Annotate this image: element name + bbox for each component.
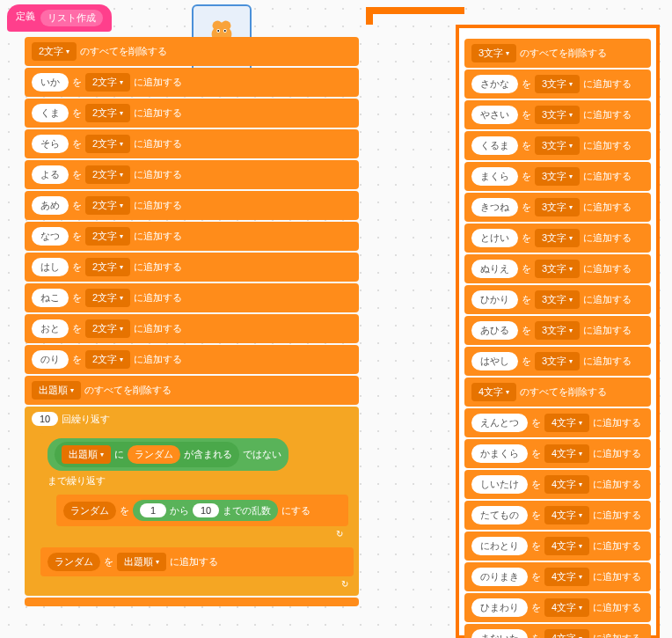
list-dropdown[interactable]: 4文字 — [471, 383, 516, 401]
item-value[interactable]: のりまき — [471, 568, 528, 586]
define-hat[interactable]: 定義 リスト作成 — [7, 4, 112, 32]
item-value[interactable]: ひかり — [471, 290, 518, 309]
item-value[interactable]: あひる — [471, 321, 518, 340]
add-item-block[interactable]: おとを2文字に追加する — [25, 314, 359, 343]
add-item-block[interactable]: にわとりを4文字に追加する — [464, 532, 651, 561]
item-value[interactable]: まないた — [471, 629, 528, 638]
list-dropdown[interactable]: 出題順 — [117, 553, 166, 571]
add-item-block[interactable]: えんとつを4文字に追加する — [464, 408, 651, 437]
item-value[interactable]: よる — [32, 165, 69, 184]
item-value[interactable]: ぬりえ — [471, 260, 518, 278]
add-item-block[interactable]: あめを2文字に追加する — [25, 191, 359, 220]
list-dropdown[interactable]: 4文字 — [544, 568, 589, 586]
list-dropdown[interactable]: 3文字 — [535, 260, 580, 278]
pick-random-operator[interactable]: 1 から 10 までの乱数 — [133, 500, 278, 521]
list-dropdown[interactable]: 3文字 — [535, 136, 580, 155]
list-dropdown[interactable]: 2文字 — [85, 165, 130, 184]
list-dropdown[interactable]: 2文字 — [85, 196, 130, 215]
item-value[interactable]: のり — [32, 350, 69, 369]
add-item-block[interactable]: ぬりえを3文字に追加する — [464, 254, 651, 283]
list-dropdown[interactable]: 4文字 — [544, 598, 589, 617]
item-value[interactable]: あめ — [32, 196, 69, 215]
add-item-block[interactable]: ねこを2文字に追加する — [25, 283, 359, 312]
item-value[interactable]: くるま — [471, 136, 518, 155]
list-dropdown[interactable]: 2文字 — [32, 42, 77, 61]
add-item-block[interactable]: とけいを3文字に追加する — [464, 224, 651, 253]
list-dropdown[interactable]: 3文字 — [535, 290, 580, 309]
add-item-block[interactable]: なつを2文字に追加する — [25, 222, 359, 251]
delete-all-2moji[interactable]: 2文字 のすべてを削除する — [25, 37, 359, 66]
item-value[interactable]: かまくら — [471, 444, 528, 463]
repeat-block[interactable]: 10 回繰り返す 出題順 に ランダム が含まれる では — [25, 407, 359, 596]
add-item-block[interactable]: きつねを3文字に追加する — [464, 193, 651, 222]
add-item-block[interactable]: まないたを4文字に追加する — [464, 624, 651, 638]
list-dropdown[interactable]: 4文字 — [544, 414, 589, 432]
list-dropdown[interactable]: 3文字 — [535, 198, 580, 216]
item-value[interactable]: たてもの — [471, 506, 528, 524]
list-dropdown[interactable]: 4文字 — [544, 537, 589, 555]
add-item-block[interactable]: はしを2文字に追加する — [25, 253, 359, 282]
item-value[interactable]: にわとり — [471, 537, 528, 555]
list-dropdown[interactable]: 出題順 — [32, 381, 81, 400]
variable-reporter[interactable]: ランダム — [47, 553, 100, 571]
list-dropdown[interactable]: 2文字 — [85, 73, 130, 92]
list-dropdown[interactable]: 3文字 — [535, 321, 580, 340]
list-dropdown[interactable]: 2文字 — [85, 319, 130, 338]
repeat-count[interactable]: 10 — [32, 412, 58, 426]
item-value[interactable]: とけい — [471, 229, 518, 247]
list-dropdown[interactable]: 4文字 — [544, 629, 589, 638]
list-dropdown[interactable]: 3文字 — [535, 352, 580, 370]
list-dropdown[interactable]: 2文字 — [85, 350, 130, 369]
item-value[interactable]: はやし — [471, 352, 518, 370]
item-value[interactable]: さかな — [471, 75, 518, 93]
delete-all-4moji[interactable]: 4文字 のすべてを削除する — [464, 378, 651, 407]
add-item-block[interactable]: のりを2文字に追加する — [25, 345, 359, 374]
item-value[interactable]: くま — [32, 104, 69, 122]
list-dropdown[interactable]: 3文字 — [535, 229, 580, 247]
list-dropdown[interactable]: 2文字 — [85, 258, 130, 276]
add-item-block[interactable]: あひるを3文字に追加する — [464, 316, 651, 345]
list-dropdown[interactable]: 3文字 — [535, 75, 580, 93]
set-variable-block[interactable]: ランダム を 1 から 10 までの乱数 にする — [56, 495, 348, 526]
item-value[interactable]: ねこ — [32, 289, 69, 307]
add-item-block[interactable]: さかなを3文字に追加する — [464, 70, 651, 99]
list-dropdown[interactable]: 4文字 — [544, 444, 589, 463]
list-dropdown[interactable]: 2文字 — [85, 289, 130, 307]
item-value[interactable]: きつね — [471, 198, 518, 216]
variable-dropdown[interactable]: ランダム — [63, 502, 116, 520]
add-item-block[interactable]: のりまきを4文字に追加する — [464, 562, 651, 591]
list-dropdown[interactable]: 2文字 — [85, 227, 130, 246]
add-item-block[interactable]: しいたけを4文字に追加する — [464, 470, 651, 499]
add-item-block[interactable]: まくらを3文字に追加する — [464, 162, 651, 191]
add-item-block[interactable]: ひまわりを4文字に追加する — [464, 593, 651, 622]
contains-operator[interactable]: 出題順 に ランダム が含まれる — [55, 442, 239, 467]
not-operator[interactable]: 出題順 に ランダム が含まれる ではない — [47, 438, 289, 471]
list-dropdown[interactable]: 3文字 — [535, 167, 580, 186]
item-value[interactable]: まくら — [471, 167, 518, 186]
delete-all-order[interactable]: 出題順 のすべてを削除する — [25, 376, 359, 405]
item-value[interactable]: えんとつ — [471, 414, 528, 432]
list-dropdown[interactable]: 2文字 — [85, 104, 130, 122]
list-dropdown[interactable]: 出題順 — [62, 445, 111, 464]
add-item-block[interactable]: はやしを3文字に追加する — [464, 347, 651, 376]
variable-reporter[interactable]: ランダム — [128, 445, 180, 464]
add-item-block[interactable]: たてものを4文字に追加する — [464, 501, 651, 530]
item-value[interactable]: しいたけ — [471, 475, 528, 494]
add-item-block[interactable]: ひかりを3文字に追加する — [464, 285, 651, 314]
item-value[interactable]: おと — [32, 319, 69, 338]
add-item-block[interactable]: かまくらを4文字に追加する — [464, 439, 651, 468]
add-item-block[interactable]: そらを2文字に追加する — [25, 129, 359, 158]
item-value[interactable]: そら — [32, 135, 69, 153]
add-item-block[interactable]: くまを2文字に追加する — [25, 99, 359, 128]
item-value[interactable]: なつ — [32, 227, 69, 246]
item-value[interactable]: いか — [32, 73, 69, 92]
add-item-block[interactable]: くるまを3文字に追加する — [464, 131, 651, 160]
item-value[interactable]: ひまわり — [471, 598, 528, 617]
delete-all-3moji[interactable]: 3文字 のすべてを削除する — [464, 39, 651, 68]
list-dropdown[interactable]: 4文字 — [544, 506, 589, 524]
item-value[interactable]: はし — [32, 258, 69, 276]
add-item-block[interactable]: いかを2文字に追加する — [25, 68, 359, 97]
item-value[interactable]: やさい — [471, 106, 518, 124]
add-random-to-order[interactable]: ランダム を 出題順 に追加する — [40, 547, 354, 576]
list-dropdown[interactable]: 3文字 — [471, 44, 516, 62]
